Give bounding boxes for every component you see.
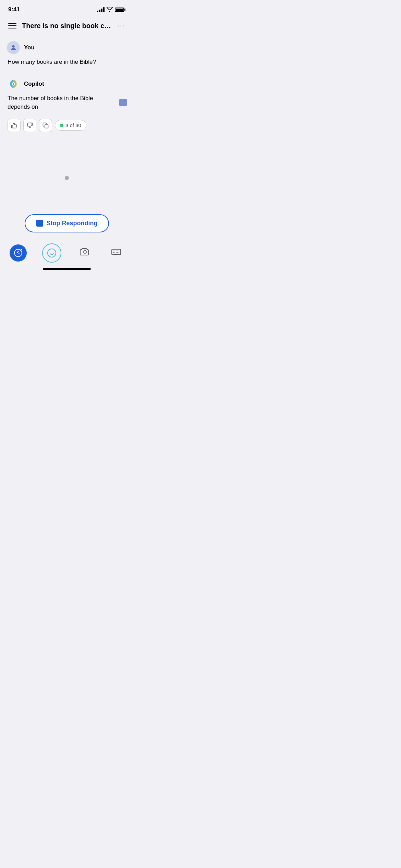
home-indicator [43, 268, 91, 270]
copilot-avatar [7, 77, 20, 91]
menu-icon [8, 28, 16, 28]
more-options-button[interactable]: ··· [116, 20, 127, 32]
battery-icon [115, 8, 125, 12]
keyboard-button[interactable] [108, 245, 124, 261]
scroll-indicator [65, 176, 69, 180]
stop-icon [36, 220, 43, 227]
wifi-icon [107, 7, 113, 13]
conversation-title: There is no single book called t... [22, 22, 112, 30]
svg-point-7 [84, 251, 86, 253]
copilot-message-block: Copilot The number of books in the Bible… [7, 77, 127, 132]
progress-text: 3 of 30 [65, 122, 81, 128]
input-button[interactable] [42, 243, 61, 263]
user-message-text: How many books are in the Bible? [7, 58, 127, 67]
copy-button[interactable] [39, 119, 52, 132]
message-action-bar: 3 of 30 [7, 119, 127, 132]
svg-point-4 [17, 251, 19, 252]
stop-responding-button[interactable]: Stop Responding [25, 214, 109, 232]
status-bar: 9:41 [0, 0, 134, 17]
progress-dot [60, 124, 63, 127]
header: There is no single book called t... ··· [0, 17, 134, 36]
status-time: 9:41 [8, 6, 20, 13]
menu-icon [8, 25, 16, 26]
stop-btn-container: Stop Responding [0, 207, 134, 239]
copilot-message-header: Copilot [7, 77, 127, 91]
menu-button[interactable] [7, 22, 18, 30]
new-chat-button[interactable] [10, 244, 27, 262]
user-sender-label: You [24, 44, 35, 51]
svg-rect-2 [45, 124, 48, 128]
thumbs-down-button[interactable] [23, 119, 36, 132]
svg-point-0 [12, 45, 14, 48]
svg-point-6 [48, 249, 56, 257]
menu-icon [8, 23, 16, 24]
user-message-block: You How many books are in the Bible? [7, 41, 127, 67]
copilot-sender-label: Copilot [24, 81, 44, 87]
thumbs-up-button[interactable] [8, 119, 21, 132]
progress-badge: 3 of 30 [55, 120, 86, 131]
loading-indicator [119, 99, 127, 106]
user-message-header: You [7, 41, 127, 54]
copilot-message-text: The number of books in the Bible depends… [7, 94, 127, 111]
stop-label: Stop Responding [47, 220, 98, 227]
user-avatar [7, 41, 20, 54]
copilot-text-content: The number of books in the Bible depends… [8, 94, 117, 111]
signal-icon [97, 7, 105, 12]
chat-area: You How many books are in the Bible? [0, 36, 134, 148]
bottom-toolbar [0, 239, 134, 265]
status-icons [97, 7, 125, 13]
camera-button[interactable] [77, 244, 93, 261]
